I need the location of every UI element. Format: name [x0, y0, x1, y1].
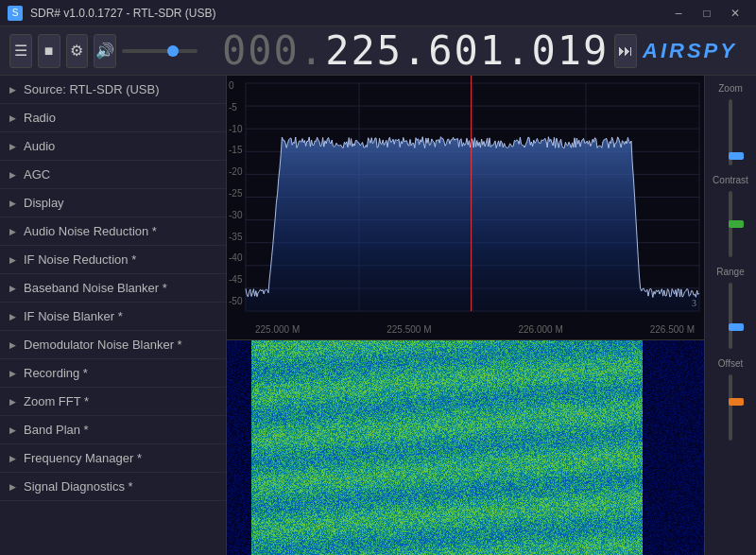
sidebar-arrow-2: ▶: [9, 142, 16, 151]
sidebar-item-9[interactable]: ▶Demodulator Noise Blanker *: [0, 331, 226, 359]
volume-slider[interactable]: [122, 49, 198, 53]
y-label: 0: [229, 80, 242, 91]
sidebar-arrow-9: ▶: [9, 340, 16, 350]
freq-bright-part: 225.601.019: [325, 27, 609, 74]
sidebar-label-13: Frequency Manager *: [24, 451, 142, 465]
sidebar-item-4[interactable]: ▶Display: [0, 189, 226, 217]
sidebar-label-1: Radio: [24, 111, 56, 125]
y-label: -5: [229, 102, 242, 113]
settings-button[interactable]: ⚙: [66, 34, 89, 68]
y-label: -15: [229, 145, 242, 155]
sidebar-arrow-1: ▶: [9, 113, 16, 123]
x-axis-labels: 225.000 M225.500 M226.000 M226.500 M: [246, 324, 704, 335]
sidebar: ▶Source: RTL-SDR (USB)▶Radio▶Audio▶AGC▶D…: [0, 76, 227, 555]
sidebar-label-0: Source: RTL-SDR (USB): [24, 82, 160, 96]
sidebar-label-8: IF Noise Blanker *: [24, 309, 123, 323]
skip-button[interactable]: ⏭: [614, 34, 637, 68]
contrast-slider[interactable]: [721, 191, 740, 257]
maximize-button[interactable]: □: [694, 4, 720, 23]
y-label: -40: [229, 252, 242, 263]
sidebar-arrow-14: ▶: [9, 482, 16, 492]
sidebar-item-0[interactable]: ▶Source: RTL-SDR (USB): [0, 76, 226, 104]
zoom-label: Zoom: [718, 83, 743, 94]
y-axis-labels: 0-5-10-15-20-25-30-35-40-45-50: [229, 76, 242, 311]
contrast-label: Contrast: [713, 175, 748, 185]
minimize-button[interactable]: –: [665, 4, 692, 23]
sidebar-arrow-13: ▶: [9, 454, 16, 463]
y-label: -10: [229, 124, 242, 134]
x-label: 226.000 M: [518, 324, 562, 335]
x-label: 225.000 M: [255, 324, 300, 335]
sidebar-item-3[interactable]: ▶AGC: [0, 161, 226, 189]
sidebar-label-9: Demodulator Noise Blanker *: [24, 338, 182, 352]
x-label: 225.500 M: [387, 324, 431, 335]
sidebar-item-8[interactable]: ▶IF Noise Blanker *: [0, 303, 226, 331]
right-panel: Zoom Contrast Range Offset: [704, 76, 756, 555]
sidebar-arrow-10: ▶: [9, 369, 16, 378]
sidebar-arrow-3: ▶: [9, 170, 16, 180]
sidebar-arrow-12: ▶: [9, 425, 16, 435]
sidebar-label-6: IF Noise Reduction *: [24, 252, 136, 267]
sidebar-arrow-6: ▶: [9, 255, 16, 265]
sidebar-label-3: AGC: [24, 167, 50, 182]
x-label: 226.500 M: [650, 324, 695, 335]
y-label: -25: [229, 188, 242, 199]
sidebar-arrow-4: ▶: [9, 199, 16, 208]
sidebar-label-5: Audio Noise Reduction *: [24, 224, 157, 238]
toolbar: ☰ ■ ⚙ 🔊 000.225.601.019 ⏭ AIRSPY: [0, 26, 756, 76]
audio-button[interactable]: 🔊: [94, 34, 116, 68]
spectrum-display: 0-5-10-15-20-25-30-35-40-45-50 225.000 M…: [227, 76, 704, 340]
sidebar-arrow-7: ▶: [9, 284, 16, 293]
y-label: -45: [229, 274, 242, 285]
y-label: -30: [229, 210, 242, 220]
y-label: -35: [229, 232, 242, 242]
sidebar-label-11: Zoom FFT *: [24, 394, 89, 408]
sidebar-arrow-8: ▶: [9, 312, 16, 321]
close-button[interactable]: ✕: [722, 4, 748, 23]
sidebar-label-12: Band Plan *: [24, 423, 89, 437]
sidebar-arrow-0: ▶: [9, 85, 16, 95]
menu-button[interactable]: ☰: [9, 34, 32, 68]
range-control: Range: [709, 267, 752, 349]
sidebar-item-10[interactable]: ▶Recording *: [0, 359, 226, 388]
offset-slider[interactable]: [721, 374, 740, 441]
window-title: SDR# v1.0.0.1727 - RTL-SDR (USB): [30, 7, 216, 20]
zoom-control: Zoom: [709, 83, 752, 165]
freq-dim-part: 000.: [222, 27, 325, 74]
titlebar: S SDR# v1.0.0.1727 - RTL-SDR (USB) – □ ✕: [0, 0, 756, 26]
sidebar-item-11[interactable]: ▶Zoom FFT *: [0, 388, 226, 416]
range-label: Range: [716, 267, 744, 277]
sidebar-arrow-11: ▶: [9, 397, 16, 407]
sidebar-label-7: Baseband Noise Blanker *: [24, 281, 167, 295]
sidebar-item-12[interactable]: ▶Band Plan *: [0, 416, 226, 444]
frequency-display[interactable]: 000.225.601.019: [203, 27, 609, 74]
sidebar-label-2: Audio: [24, 139, 55, 153]
sidebar-item-6[interactable]: ▶IF Noise Reduction *: [0, 246, 226, 274]
airspy-logo: AIRSPY: [643, 39, 747, 63]
window-controls: – □ ✕: [665, 4, 748, 23]
volume-control: [122, 49, 198, 53]
y-label: -50: [229, 296, 242, 306]
sidebar-item-5[interactable]: ▶Audio Noise Reduction *: [0, 217, 226, 246]
waterfall-canvas[interactable]: [227, 340, 704, 555]
app-icon: S: [8, 6, 23, 21]
cursor-line: [471, 76, 472, 311]
contrast-control: Contrast: [709, 175, 752, 257]
titlebar-left: S SDR# v1.0.0.1727 - RTL-SDR (USB): [8, 6, 216, 21]
range-slider[interactable]: [721, 283, 740, 349]
stop-button[interactable]: ■: [38, 34, 60, 68]
content-area: ▶Source: RTL-SDR (USB)▶Radio▶Audio▶AGC▶D…: [0, 76, 756, 555]
zoom-slider[interactable]: [721, 99, 740, 165]
spectrum-canvas[interactable]: [227, 76, 704, 339]
offset-label: Offset: [718, 358, 744, 369]
y-label: -20: [229, 166, 242, 177]
main-panel: 0-5-10-15-20-25-30-35-40-45-50 225.000 M…: [227, 76, 704, 555]
offset-control: Offset: [709, 358, 752, 441]
sidebar-label-14: Signal Diagnostics *: [24, 479, 133, 494]
sidebar-arrow-5: ▶: [9, 227, 16, 236]
sidebar-item-1[interactable]: ▶Radio: [0, 104, 226, 132]
sidebar-item-13[interactable]: ▶Frequency Manager *: [0, 444, 226, 473]
sidebar-item-2[interactable]: ▶Audio: [0, 132, 226, 161]
sidebar-item-14[interactable]: ▶Signal Diagnostics *: [0, 473, 226, 501]
sidebar-item-7[interactable]: ▶Baseband Noise Blanker *: [0, 274, 226, 303]
